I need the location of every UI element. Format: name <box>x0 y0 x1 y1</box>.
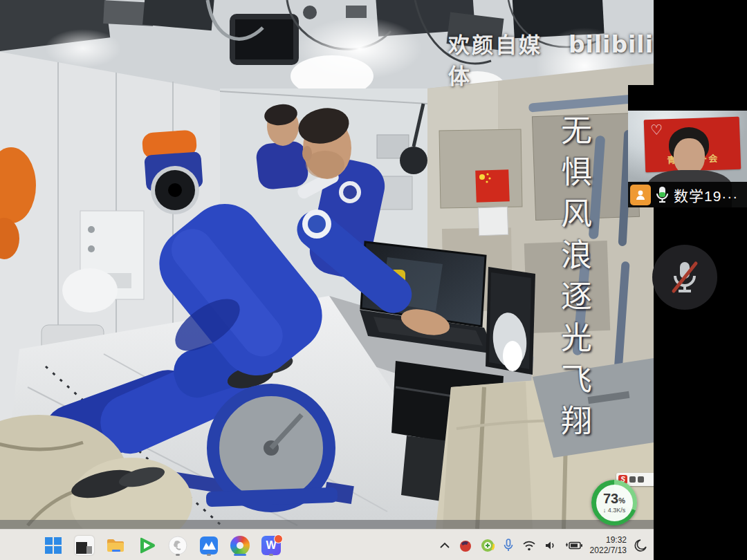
color-wheel-browser-icon <box>230 536 250 555</box>
flag-star <box>486 173 488 175</box>
shared-screen-video[interactable]: 欢颜自媒体 bilibili 无惧风浪逐光飞翔 S 73% ↓ 4.3K/s <box>0 0 654 529</box>
soft-pouch <box>62 268 118 312</box>
panel-knob <box>88 226 95 233</box>
video-bottom-shadow <box>0 520 654 529</box>
ceiling-fitting <box>303 6 317 19</box>
network-monitor-face: 73% ↓ 4.3K/s <box>596 485 633 521</box>
astronaut-behind-body <box>255 140 310 190</box>
stowage-bags-right-shade <box>443 382 533 529</box>
taskbar-app-color-wheel-browser[interactable] <box>228 534 252 557</box>
battery-charging-icon <box>565 541 583 550</box>
hidden-icons-chevron[interactable] <box>438 541 452 550</box>
active-window-indicator <box>234 554 246 556</box>
uploader-watermark-text: 欢颜自媒体 <box>448 28 557 90</box>
folder-icon <box>106 536 125 555</box>
network-monitor-widget[interactable]: 73% ↓ 4.3K/s <box>591 480 637 525</box>
taskbar-app-task-view[interactable] <box>73 534 96 557</box>
astronaut-right-patch-center <box>343 185 357 199</box>
muted-mic-icon <box>668 258 701 297</box>
video-watermark: 欢颜自媒体 bilibili <box>448 28 654 90</box>
speaker-icon <box>544 540 557 551</box>
clock-date: 2022/7/13 <box>590 545 627 555</box>
tray-volume[interactable] <box>543 539 558 552</box>
microphone-muted-button[interactable] <box>652 245 717 310</box>
ventilation-fan-hub <box>168 183 182 197</box>
flag-star <box>479 174 485 180</box>
taskbar-app-file-explorer[interactable] <box>104 534 127 557</box>
heart-icon: ♡ <box>650 121 663 138</box>
screen-reflection <box>503 341 522 371</box>
windows-logo-icon <box>44 536 62 554</box>
panel-knob <box>88 245 95 252</box>
ceiling-light <box>45 29 121 68</box>
green-security-icon <box>481 539 495 552</box>
taskbar-app-wps-office[interactable]: W <box>259 534 283 557</box>
task-view-icon <box>75 536 94 555</box>
chinese-flag <box>475 169 510 203</box>
tray-wifi[interactable] <box>521 539 537 552</box>
system-tray: 19:32 2022/7/13 <box>438 530 649 560</box>
participant-avatar-icon <box>630 185 651 205</box>
running-indicator <box>176 554 180 556</box>
flag-star <box>488 177 490 179</box>
red-app-icon <box>459 539 472 552</box>
start-button[interactable] <box>42 534 65 557</box>
ime-tool-icon[interactable] <box>638 476 644 483</box>
overlay-vertical-text: 无惧风浪逐光飞翔 <box>551 114 596 463</box>
wall-plaque <box>478 207 508 235</box>
notification-badge <box>274 534 283 543</box>
taskbar-app-white-circle[interactable] <box>166 534 190 557</box>
mission-patch-center <box>308 215 326 233</box>
tray-mic-icon <box>503 539 514 552</box>
desktop: 欢颜自媒体 bilibili 无惧风浪逐光飞翔 S 73% ↓ 4.3K/s ♡… <box>0 0 747 560</box>
blue-mountain-app-icon <box>199 536 219 555</box>
participant-mic-icon <box>654 186 670 204</box>
wifi-icon <box>522 540 536 551</box>
clock-time: 19:32 <box>590 535 627 545</box>
tray-microphone[interactable] <box>501 537 515 554</box>
tray-battery[interactable] <box>564 539 584 552</box>
flag-star <box>486 180 488 183</box>
taskbar-app-blue-mountain[interactable] <box>197 534 221 557</box>
play-icon <box>137 536 156 555</box>
tray-green-security-app[interactable] <box>479 537 496 554</box>
astronaut-ear <box>302 146 312 161</box>
bilibili-logo: bilibili <box>569 31 654 58</box>
memory-percent-value: 73 <box>603 491 618 506</box>
ceiling-fitting <box>346 6 367 18</box>
running-indicator <box>207 554 211 556</box>
participant-name: 数学19··· <box>674 185 738 205</box>
moon-icon <box>634 539 647 552</box>
download-speed: ↓ 4.3K/s <box>603 507 626 514</box>
running-indicator <box>269 554 273 556</box>
tray-red-app[interactable] <box>457 537 474 554</box>
taskbar-app-video-player[interactable] <box>135 534 158 557</box>
taskbar-clock[interactable]: 19:32 2022/7/13 <box>590 535 627 555</box>
taskbar-app-icons: W <box>42 530 283 560</box>
percent-sign: % <box>618 496 625 505</box>
participant-label-bar: 数学19··· <box>628 182 747 207</box>
focus-assist-indicator[interactable] <box>632 537 649 554</box>
white-circle-app-icon <box>168 536 187 555</box>
boom-microphone <box>400 147 427 174</box>
ime-tool-icon[interactable] <box>629 476 636 483</box>
chevron-up-icon <box>439 542 450 549</box>
participant-video-tile[interactable]: ♡ 青年志⋯会 数学19··· <box>628 85 747 207</box>
taskbar: W <box>0 529 654 560</box>
